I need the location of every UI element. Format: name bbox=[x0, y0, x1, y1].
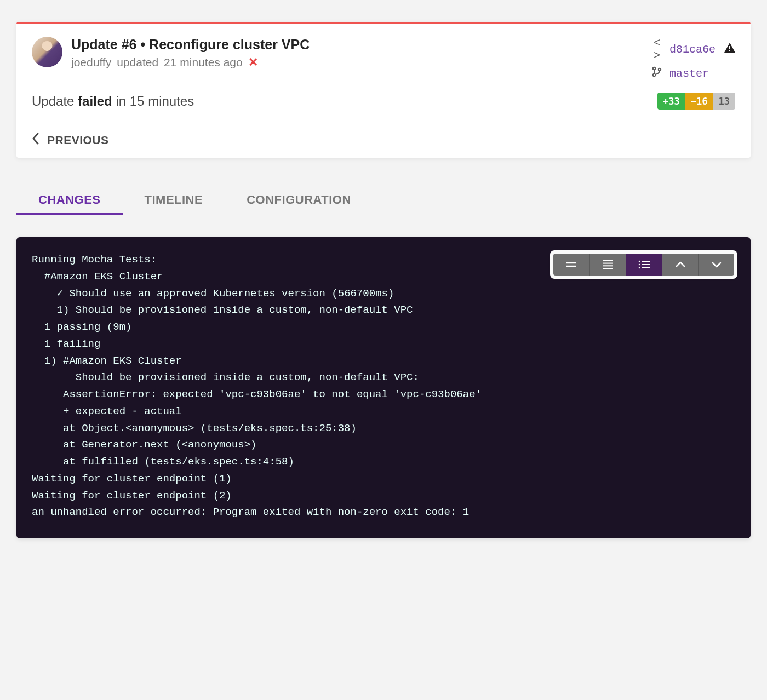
commit-meta: < > d81ca6e master bbox=[651, 37, 735, 81]
diff-added: +33 bbox=[657, 93, 685, 110]
update-time: 21 minutes ago bbox=[164, 56, 243, 69]
view-justify-button[interactable] bbox=[589, 254, 626, 276]
status-suffix: in 15 minutes bbox=[116, 94, 194, 108]
chevron-left-icon bbox=[32, 133, 39, 148]
svg-point-3 bbox=[653, 74, 655, 76]
branch-name: master bbox=[669, 67, 709, 80]
commit-sha: d81ca6e bbox=[669, 43, 716, 56]
svg-point-11 bbox=[638, 261, 640, 262]
status-result: failed bbox=[78, 94, 112, 108]
tab-changes[interactable]: CHANGES bbox=[16, 184, 123, 215]
console-panel: Running Mocha Tests: #Amazon EKS Cluster… bbox=[16, 237, 751, 538]
svg-point-2 bbox=[653, 67, 655, 70]
card-header: Update #6 • Reconfigure cluster VPC joed… bbox=[32, 37, 735, 81]
code-icon: < > bbox=[651, 37, 663, 62]
update-action: updated bbox=[117, 56, 158, 69]
failed-status-icon: ✕ bbox=[248, 56, 258, 68]
branch-icon bbox=[651, 66, 663, 81]
svg-point-4 bbox=[659, 68, 661, 71]
diff-modified: ~16 bbox=[685, 93, 713, 110]
console-toolbar bbox=[550, 250, 737, 279]
svg-point-12 bbox=[638, 264, 640, 266]
update-subline: joeduffy updated 21 minutes ago ✕ bbox=[71, 56, 642, 69]
collapse-up-button[interactable] bbox=[662, 254, 698, 276]
pager: PREVIOUS bbox=[32, 133, 735, 148]
svg-rect-1 bbox=[729, 50, 730, 51]
header-text-block: Update #6 • Reconfigure cluster VPC joed… bbox=[71, 37, 642, 69]
console-output[interactable]: Running Mocha Tests: #Amazon EKS Cluster… bbox=[32, 251, 735, 521]
diff-summary: +33 ~16 13 bbox=[657, 93, 735, 110]
tab-timeline[interactable]: TIMELINE bbox=[123, 184, 225, 215]
update-title: Update #6 • Reconfigure cluster VPC bbox=[71, 37, 642, 53]
update-user[interactable]: joeduffy bbox=[71, 56, 111, 69]
previous-label: PREVIOUS bbox=[47, 134, 109, 147]
svg-rect-0 bbox=[729, 46, 730, 49]
view-compact-button[interactable] bbox=[553, 254, 589, 276]
view-list-button[interactable] bbox=[626, 254, 662, 276]
status-line: Update failed in 15 minutes +33 ~16 13 bbox=[32, 93, 735, 110]
previous-link[interactable]: PREVIOUS bbox=[32, 133, 109, 148]
expand-down-button[interactable] bbox=[698, 254, 734, 276]
branch-row[interactable]: master bbox=[651, 66, 709, 81]
diff-unchanged: 13 bbox=[713, 93, 735, 110]
user-avatar[interactable] bbox=[32, 37, 62, 67]
status-text: Update failed in 15 minutes bbox=[32, 94, 194, 109]
tab-configuration[interactable]: CONFIGURATION bbox=[225, 184, 373, 215]
update-card: Update #6 • Reconfigure cluster VPC joed… bbox=[16, 22, 751, 158]
commit-row[interactable]: < > d81ca6e bbox=[651, 37, 735, 62]
status-prefix: Update bbox=[32, 94, 74, 108]
svg-point-13 bbox=[638, 267, 640, 269]
tab-bar: CHANGES TIMELINE CONFIGURATION bbox=[16, 184, 751, 215]
warning-icon bbox=[724, 43, 735, 56]
